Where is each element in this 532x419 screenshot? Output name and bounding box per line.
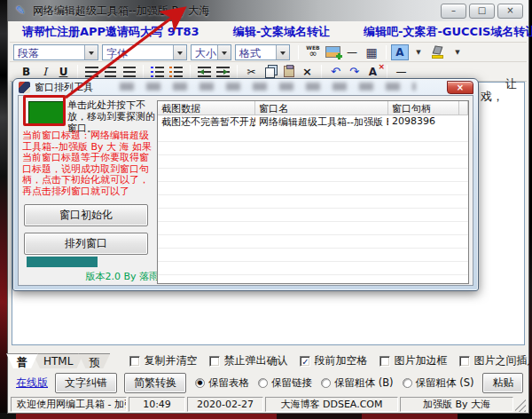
size-select[interactable]: 大小 bbox=[191, 44, 231, 60]
titlebar[interactable]: ✎ 网络编辑超级工具箱--加强版 By 大海 – □ × bbox=[8, 0, 528, 21]
copy-icon bbox=[265, 67, 275, 78]
align-center-button[interactable] bbox=[102, 64, 119, 80]
status-edition: 加强版 By 大海 bbox=[400, 397, 513, 412]
toolbar-separator bbox=[386, 45, 387, 59]
toolbar-separator bbox=[77, 65, 78, 79]
tab-preview[interactable]: 预览 bbox=[78, 353, 110, 368]
tab-normal[interactable]: 普通 bbox=[6, 353, 38, 368]
paragraph-select-value: 段落 bbox=[14, 45, 84, 59]
size-select-value: 大小 bbox=[192, 45, 217, 59]
arrange-windows-button[interactable]: 排列窗口 bbox=[24, 233, 148, 255]
maximize-button[interactable]: □ bbox=[469, 4, 495, 19]
resize-grip[interactable] bbox=[515, 397, 526, 412]
hr-button[interactable]: — bbox=[393, 64, 410, 80]
insert-table-button[interactable]: ▦ bbox=[363, 44, 380, 60]
dialog-close-button[interactable]: × bbox=[447, 81, 473, 94]
aero-glass-blur bbox=[120, 83, 416, 91]
undo-button[interactable]: ↶ bbox=[327, 64, 344, 80]
paragraph-select[interactable]: 段落 bbox=[13, 44, 98, 60]
fill-color-dropdown-arrow[interactable]: ▼ bbox=[449, 44, 466, 60]
radio-keep-links[interactable]: 保留链接 bbox=[258, 376, 312, 390]
indent-button[interactable] bbox=[215, 64, 231, 80]
ordered-list-button[interactable] bbox=[149, 64, 166, 80]
delete-button[interactable]: × bbox=[299, 64, 316, 80]
checkbox-space-before-paragraph[interactable]: ✓段前加空格 bbox=[300, 353, 367, 368]
domain-transfer-link-1[interactable]: 编辑-文案域名转让 bbox=[233, 24, 330, 40]
align-left-icon bbox=[85, 67, 98, 77]
dropdown-arrow-icon[interactable] bbox=[276, 45, 289, 59]
instruction-red-text: 当前窗口标题：网络编辑超级工具箱--加强版 By 大 海 如果当前窗口标题等于你… bbox=[22, 130, 153, 197]
table-row[interactable]: 截图还不完善暂不开放 网络编辑超级工具箱--加强版 B... 2098396 bbox=[158, 115, 468, 129]
copy-button[interactable] bbox=[262, 64, 278, 80]
online-version-link[interactable]: 在线版 bbox=[16, 376, 48, 391]
cell-window-name: 网络编辑超级工具箱--加强版 B... bbox=[255, 115, 388, 129]
actions-row: 在线版 文字纠错 简繁转换 ●保留表格 保留链接 保留粗体 (B) 保留粗体 (… bbox=[10, 370, 527, 396]
ordered-list-icon bbox=[151, 67, 164, 77]
domain-transfer-link-2[interactable]: 编辑吧-文案君-GUCCIS域名转让 bbox=[364, 24, 532, 40]
clear-format-x-icon: × bbox=[378, 62, 385, 71]
align-right-button[interactable] bbox=[121, 64, 137, 80]
paste-action-button[interactable]: 粘贴 bbox=[482, 373, 523, 393]
font-color-button[interactable]: A bbox=[391, 44, 409, 60]
radio-keep-bold-b[interactable]: 保留粗体 (B) bbox=[321, 376, 394, 390]
paste-icon bbox=[284, 66, 294, 77]
status-date: 2020-02-27 bbox=[187, 397, 263, 412]
insert-weblink-button[interactable]: WEB ∞ bbox=[304, 44, 322, 60]
unordered-list-button[interactable] bbox=[168, 64, 184, 80]
list-header-row: 截图数据 窗口名 窗口句柄 bbox=[158, 101, 468, 115]
font-color-dropdown-arrow[interactable]: ▼ bbox=[410, 44, 427, 60]
radio-keep-tables[interactable]: ●保留表格 bbox=[195, 376, 249, 390]
editor-text-fragment: 让 bbox=[505, 76, 517, 92]
paste-button[interactable] bbox=[280, 64, 297, 80]
align-left-button[interactable] bbox=[83, 64, 100, 80]
desktop-background-left bbox=[0, 0, 7, 419]
toolbar-separator bbox=[387, 65, 387, 79]
column-empty bbox=[459, 101, 468, 115]
checkbox-blank-line-between-images[interactable]: 图片之间插入空行 bbox=[459, 353, 532, 368]
horizontal-rule-button[interactable]: — bbox=[343, 44, 361, 60]
column-screenshot-data[interactable]: 截图数据 bbox=[158, 101, 255, 115]
version-label: 版本2.0 By 落雨 bbox=[26, 270, 159, 283]
promo-links-bar: 请帮忙注册APP邀请码大写 9T83 编辑-文案域名转让 编辑吧-文案君-GUC… bbox=[10, 21, 527, 43]
column-window-name[interactable]: 窗口名 bbox=[255, 101, 388, 115]
checkbox-copy-and-clear[interactable]: 复制并清空 bbox=[129, 353, 197, 368]
simplified-traditional-button[interactable]: 简繁转换 bbox=[124, 373, 186, 393]
checkbox-no-confirm-popup[interactable]: 禁止弹出确认 bbox=[209, 353, 287, 368]
italic-button[interactable]: I bbox=[36, 64, 53, 80]
register-app-link[interactable]: 请帮忙注册APP邀请码大写 9T83 bbox=[22, 24, 200, 40]
toolbar-separator bbox=[190, 65, 191, 79]
toolbar-separator bbox=[298, 45, 299, 59]
radio-keep-bold-s[interactable]: 保留粗体 (S) bbox=[403, 376, 474, 390]
checkbox-image-border[interactable]: 图片加边框 bbox=[379, 353, 447, 368]
column-window-handle[interactable]: 窗口句柄 bbox=[388, 101, 459, 115]
view-tabs-row: 普通 HTML 预览 复制并清空 禁止弹出确认 ✓段前加空格 图片加边框 图片之… bbox=[10, 352, 527, 370]
fill-color-button[interactable] bbox=[429, 44, 447, 60]
editor-text-fragment: 戏， bbox=[481, 89, 504, 105]
dropdown-arrow-icon[interactable] bbox=[217, 45, 231, 59]
format-select[interactable]: 格式 bbox=[235, 44, 290, 60]
clear-format-button[interactable]: A × bbox=[364, 64, 381, 80]
tab-html[interactable]: HTML bbox=[33, 353, 83, 368]
text-proofread-button[interactable]: 文字纠错 bbox=[55, 373, 117, 393]
align-center-icon bbox=[105, 67, 116, 77]
minimize-button[interactable]: – bbox=[441, 4, 466, 19]
status-welcome: 欢迎使用网编工具箱 - 加强版 bbox=[11, 397, 127, 412]
dialog-titlebar[interactable]: 窗口排列工具 × bbox=[13, 79, 478, 95]
underline-button[interactable]: U bbox=[55, 64, 72, 80]
dropdown-arrow-icon[interactable] bbox=[173, 45, 186, 59]
dropdown-arrow-icon[interactable] bbox=[84, 45, 98, 59]
redo-button[interactable]: ↷ bbox=[346, 64, 363, 80]
toolbar-separator bbox=[237, 65, 238, 79]
font-select[interactable]: 字体 bbox=[102, 44, 187, 60]
close-button[interactable]: × bbox=[497, 4, 523, 19]
toolbar-separator bbox=[143, 65, 144, 79]
unordered-list-icon bbox=[169, 67, 183, 77]
outdent-icon bbox=[198, 67, 211, 77]
bold-button[interactable]: B bbox=[18, 64, 35, 80]
outdent-button[interactable] bbox=[196, 64, 213, 80]
window-init-button[interactable]: 窗口初始化 bbox=[24, 204, 148, 226]
cut-button[interactable]: ✂ bbox=[243, 64, 260, 80]
screen: ✎ 网络编辑超级工具箱--加强版 By 大海 – □ × 请帮忙注册APP邀请码… bbox=[0, 0, 532, 419]
window-list[interactable]: 截图数据 窗口名 窗口句柄 截图还不完善暂不开放 网络编辑超级工具箱--加强版 … bbox=[157, 100, 469, 284]
insert-image-button[interactable] bbox=[324, 44, 341, 60]
